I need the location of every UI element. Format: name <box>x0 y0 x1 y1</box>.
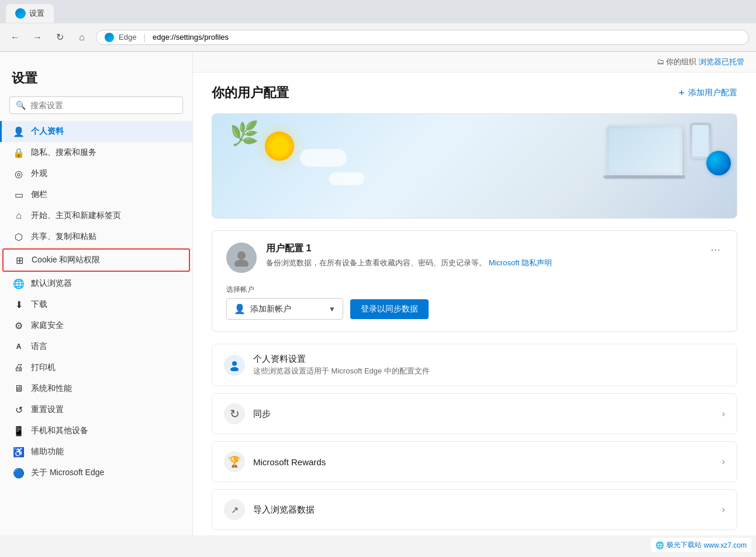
notice-text: 你的组织 <box>666 57 696 66</box>
sidebar-item-label: 关于 Microsoft Edge <box>31 468 181 478</box>
profile-header: 用户配置 1 备份浏览数据，在所有设备上查看收藏内容、密码、历史记录等。 Mic… <box>226 243 723 273</box>
laptop-icon <box>606 126 682 175</box>
tab-label: 设置 <box>29 8 44 19</box>
profile-icon: 👤 <box>13 126 24 137</box>
sidebar-item-label: 共享、复制和粘贴 <box>31 231 181 242</box>
add-profile-label: 添加用户配置 <box>688 88 737 98</box>
home-icon: ⌂ <box>13 210 24 221</box>
appearance-icon: ◎ <box>13 168 24 179</box>
sidebar-item-label: 系统和性能 <box>31 383 181 394</box>
address-brand: Edge <box>119 33 136 41</box>
sidebar-item-default-browser[interactable]: 🌐 默认浏览器 <box>0 273 192 294</box>
rewards-icon: 🏆 <box>224 451 245 472</box>
sidebar-item-downloads[interactable]: ⬇ 下载 <box>0 294 192 315</box>
home-button[interactable]: ⌂ <box>74 29 90 46</box>
sidebar-item-label: 打印机 <box>31 362 181 373</box>
browser-tab[interactable]: 设置 <box>6 4 54 23</box>
search-input[interactable] <box>30 101 177 110</box>
address-edge-icon <box>105 33 114 42</box>
section-title: 个人资料设置 <box>253 354 430 365</box>
sidebar-item-label: 下载 <box>31 299 181 310</box>
sidebar-item-mobile[interactable]: 📱 手机和其他设备 <box>0 420 192 441</box>
language-icon: A <box>13 341 24 352</box>
plus-icon: + <box>678 87 685 99</box>
forward-button[interactable]: → <box>29 29 46 46</box>
notice-link[interactable]: 浏览器已托管 <box>699 57 744 66</box>
svg-point-2 <box>232 361 237 366</box>
import-section: ↗ 导入浏览器数据 › <box>212 489 737 530</box>
rewards-header[interactable]: 🏆 Microsoft Rewards › <box>212 442 737 482</box>
sidebar-item-label: 手机和其他设备 <box>31 425 181 436</box>
profile-actions: 👤 添加新帐户 ▼ 登录以同步数据 <box>226 298 723 320</box>
phone-body <box>690 123 711 159</box>
sync-button[interactable]: 登录以同步数据 <box>350 299 429 319</box>
privacy-link[interactable]: Microsoft 隐私声明 <box>489 258 552 267</box>
edge-circle-icon <box>706 151 731 175</box>
sidebar-title: 设置 <box>0 64 192 96</box>
printer-icon: 🖨 <box>13 362 24 373</box>
accessibility-icon: ♿ <box>13 447 24 457</box>
add-profile-button[interactable]: + 添加用户配置 <box>678 87 737 99</box>
account-icon: 👤 <box>234 303 246 314</box>
phone-illustration <box>690 123 725 175</box>
search-icon: 🔍 <box>16 101 26 110</box>
mobile-icon: 📱 <box>13 425 24 436</box>
section-title: Microsoft Rewards <box>253 457 722 467</box>
system-icon: 🖥 <box>13 383 24 394</box>
laptop-screen <box>609 129 679 172</box>
family-icon: ⚙ <box>13 320 24 331</box>
phone-screen <box>692 125 709 157</box>
sidebar-item-label: 默认浏览器 <box>31 278 181 289</box>
sidebar-item-label: 侧栏 <box>31 189 181 200</box>
address-separator: | <box>143 33 146 42</box>
svg-point-3 <box>230 367 239 371</box>
profile-settings-section: 个人资料设置 这些浏览器设置适用于 Microsoft Edge 中的配置文件 <box>212 344 737 386</box>
sidebar-item-label: 辅助功能 <box>31 447 181 457</box>
sidebar-item-reset[interactable]: ↺ 重置设置 <box>0 399 192 420</box>
lock-icon: 🔒 <box>13 147 24 158</box>
profile-description: 备份浏览数据，在所有设备上查看收藏内容、密码、历史记录等。 Microsoft … <box>266 257 699 269</box>
sidebar-item-share[interactable]: ⬡ 共享、复制和粘贴 <box>0 226 192 247</box>
chevron-right-icon: › <box>722 504 725 515</box>
sidebar-item-sidebar[interactable]: ▭ 侧栏 <box>0 184 192 205</box>
sidebar-item-label: 重置设置 <box>31 404 181 415</box>
sidebar-item-language[interactable]: A 语言 <box>0 336 192 357</box>
sidebar-item-about[interactable]: 🔵 关于 Microsoft Edge <box>0 462 192 483</box>
notice-bar: 🗂 你的组织 浏览器已托管 <box>193 52 756 72</box>
account-select[interactable]: 👤 添加新帐户 ▼ <box>226 298 343 320</box>
back-button[interactable]: ← <box>7 29 23 46</box>
sync-header[interactable]: ↻ 同步 › <box>212 394 737 434</box>
device-illustration <box>603 123 725 179</box>
sidebar-item-label: 外观 <box>31 168 181 179</box>
select-label: 选择帐户 <box>226 285 723 295</box>
profile-settings-info: 个人资料设置 这些浏览器设置适用于 Microsoft Edge 中的配置文件 <box>253 354 430 376</box>
tab-favicon <box>15 8 26 19</box>
search-box[interactable]: 🔍 <box>9 96 183 114</box>
profile-settings-header[interactable]: 个人资料设置 这些浏览器设置适用于 Microsoft Edge 中的配置文件 <box>212 344 737 386</box>
sidebar-item-start[interactable]: ⌂ 开始、主页和新建标签页 <box>0 205 192 226</box>
svg-point-1 <box>234 260 248 267</box>
sidebar-item-appearance[interactable]: ◎ 外观 <box>0 163 192 184</box>
sidebar-item-system[interactable]: 🖥 系统和性能 <box>0 378 192 399</box>
tab-bar: 设置 <box>0 0 756 23</box>
import-header[interactable]: ↗ 导入浏览器数据 › <box>212 490 737 530</box>
profile-avatar <box>226 243 257 273</box>
import-icon: ↗ <box>224 499 245 520</box>
app-layout: 设置 🔍 👤 个人资料 🔒 隐私、搜索和服务 ◎ 外观 ▭ 侧栏 ⌂ 开始、主页… <box>0 52 756 535</box>
sidebar-item-family[interactable]: ⚙ 家庭安全 <box>0 315 192 336</box>
profile-desc-text: 备份浏览数据，在所有设备上查看收藏内容、密码、历史记录等。 <box>266 258 486 267</box>
sidebar-item-privacy[interactable]: 🔒 隐私、搜索和服务 <box>0 142 192 163</box>
sidebar-item-printer[interactable]: 🖨 打印机 <box>0 357 192 378</box>
refresh-button[interactable]: ↻ <box>51 29 68 46</box>
sidebar-item-accessibility[interactable]: ♿ 辅助功能 <box>0 441 192 462</box>
account-select-text: 添加新帐户 <box>250 304 324 314</box>
more-options-button[interactable]: ··· <box>708 243 723 256</box>
address-url-input[interactable] <box>153 33 740 41</box>
sidebar-item-cookies[interactable]: ⊞ Cookie 和网站权限 <box>2 248 190 272</box>
sidebar-item-label: 开始、主页和新建标签页 <box>31 210 181 221</box>
sidebar-item-label: Cookie 和网站权限 <box>32 255 178 265</box>
sidebar-item-profile[interactable]: 👤 个人资料 <box>0 121 192 142</box>
sidebar: 设置 🔍 👤 个人资料 🔒 隐私、搜索和服务 ◎ 外观 ▭ 侧栏 ⌂ 开始、主页… <box>0 52 193 535</box>
laptop-illustration <box>603 126 685 179</box>
address-input-container[interactable]: Edge | <box>96 30 749 45</box>
